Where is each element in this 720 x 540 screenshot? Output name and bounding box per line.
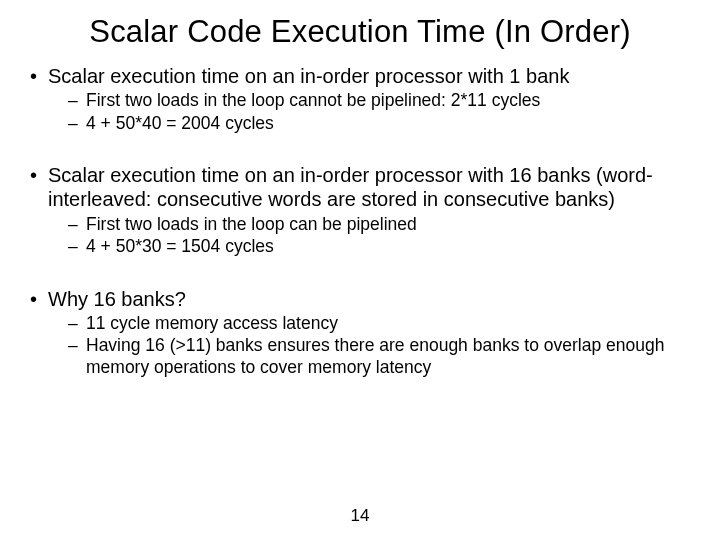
bullet-item: Scalar execution time on an in-order pro… xyxy=(28,64,692,134)
sub-bullet-text: Having 16 (>11) banks ensures there are … xyxy=(86,335,664,376)
sub-bullet-item: 4 + 50*30 = 1504 cycles xyxy=(68,236,692,257)
bullet-text: Scalar execution time on an in-order pro… xyxy=(48,65,569,87)
page-number: 14 xyxy=(0,506,720,526)
sub-bullet-list: First two loads in the loop can be pipel… xyxy=(48,214,692,258)
sub-bullet-list: First two loads in the loop cannot be pi… xyxy=(48,90,692,134)
sub-bullet-item: Having 16 (>11) banks ensures there are … xyxy=(68,335,692,378)
sub-bullet-text: First two loads in the loop cannot be pi… xyxy=(86,90,540,110)
sub-bullet-text: 4 + 50*30 = 1504 cycles xyxy=(86,236,274,256)
sub-bullet-item: 4 + 50*40 = 2004 cycles xyxy=(68,113,692,134)
slide: Scalar Code Execution Time (In Order) Sc… xyxy=(0,0,720,540)
bullet-item: Scalar execution time on an in-order pro… xyxy=(28,163,692,257)
slide-title: Scalar Code Execution Time (In Order) xyxy=(28,14,692,50)
bullet-text: Why 16 banks? xyxy=(48,288,186,310)
sub-bullet-item: 11 cycle memory access latency xyxy=(68,313,692,334)
bullet-item: Why 16 banks? 11 cycle memory access lat… xyxy=(28,287,692,378)
sub-bullet-text: 4 + 50*40 = 2004 cycles xyxy=(86,113,274,133)
sub-bullet-list: 11 cycle memory access latency Having 16… xyxy=(48,313,692,378)
sub-bullet-item: First two loads in the loop cannot be pi… xyxy=(68,90,692,111)
sub-bullet-item: First two loads in the loop can be pipel… xyxy=(68,214,692,235)
spacer xyxy=(28,261,692,287)
sub-bullet-text: First two loads in the loop can be pipel… xyxy=(86,214,417,234)
sub-bullet-text: 11 cycle memory access latency xyxy=(86,313,338,333)
bullet-list: Why 16 banks? 11 cycle memory access lat… xyxy=(28,287,692,378)
spacer xyxy=(28,137,692,163)
bullet-list: Scalar execution time on an in-order pro… xyxy=(28,163,692,257)
bullet-list: Scalar execution time on an in-order pro… xyxy=(28,64,692,134)
bullet-text: Scalar execution time on an in-order pro… xyxy=(48,164,653,210)
